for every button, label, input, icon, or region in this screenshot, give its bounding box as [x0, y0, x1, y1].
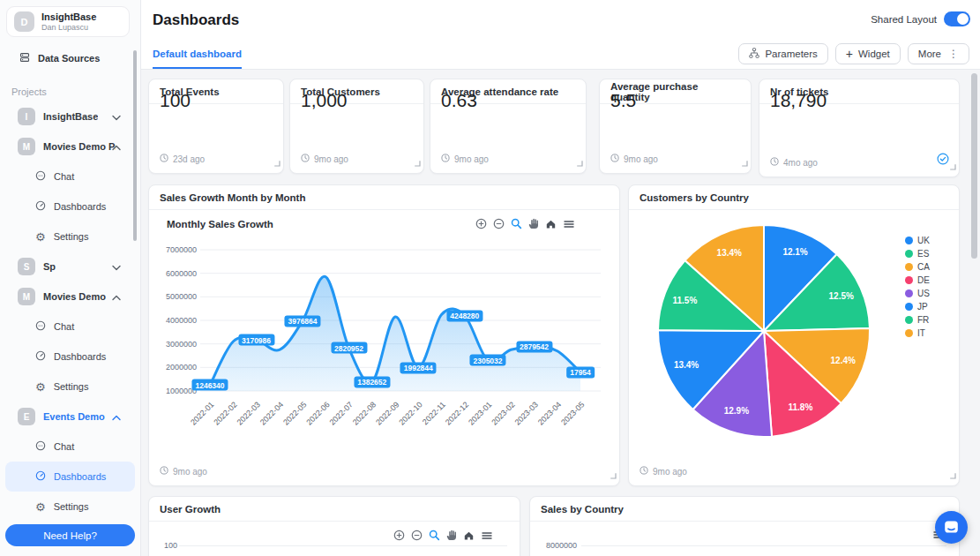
kpi-card-total-customers[interactable]: Total Customers1,0009mo ago — [289, 79, 424, 174]
legend-item-it[interactable]: IT — [905, 327, 930, 340]
sidebar-item-events-demo-chat[interactable]: Chat — [5, 432, 135, 462]
kpi-value: 1,000 — [301, 90, 348, 111]
line-chart-body: Monthly Sales Growth 7000000600000050000… — [149, 210, 619, 485]
shared-layout-toggle[interactable] — [944, 11, 970, 26]
sidebar-project-movies-demo[interactable]: MMovies Demo — [0, 282, 140, 312]
last-updated-text: 9mo ago — [454, 154, 489, 164]
legend-item-de[interactable]: DE — [905, 274, 930, 287]
tab-default-dashboard[interactable]: Default dashboard — [153, 49, 242, 69]
main-scrollbar[interactable] — [971, 73, 977, 259]
legend-dot — [905, 289, 913, 297]
y-axis-tick: 6000000 — [166, 269, 197, 278]
sidebar-scrollbar[interactable] — [133, 50, 137, 241]
project-name: Movies Demo — [43, 291, 106, 302]
chat-icon — [35, 440, 46, 453]
database-icon — [19, 52, 30, 64]
add-widget-button[interactable]: + Widget — [835, 43, 901, 64]
intercom-chat-button[interactable] — [935, 511, 968, 544]
sidebar-item-movies-demo-dashboards[interactable]: Dashboards — [5, 342, 135, 372]
pie-slice-label: 12.9% — [724, 406, 749, 416]
projects-section-label: Projects — [0, 82, 140, 101]
more-button[interactable]: More ⋮ — [908, 43, 969, 64]
legend-item-jp[interactable]: JP — [905, 300, 930, 313]
sidebar-project-insightbase[interactable]: IInsightBase — [0, 101, 140, 131]
customers-by-country-chart-card[interactable]: Customers by Country12.1%12.5%12.4%11.8%… — [628, 184, 960, 486]
zoom-in-icon[interactable] — [393, 530, 405, 541]
project-avatar: E — [18, 408, 35, 425]
workspace-user: Dan Lupascu — [41, 23, 96, 32]
sales-growth-chart-card[interactable]: Sales Growth Month by MonthMonthly Sales… — [148, 184, 620, 486]
sidebar-item-movies-demo-settings[interactable]: ⚙Settings — [5, 372, 135, 402]
resize-handle-icon[interactable] — [414, 154, 421, 170]
sidebar-item-movies-demo-pro-dashboards[interactable]: Dashboards — [5, 192, 135, 222]
sidebar-project-sp[interactable]: SSp — [0, 252, 140, 282]
last-updated-text: 9mo ago — [173, 467, 207, 477]
chevron-up-icon — [112, 142, 121, 153]
zoom-out-icon[interactable] — [411, 530, 423, 541]
pie-slice-label: 13.4% — [674, 360, 699, 370]
legend-item-fr[interactable]: FR — [905, 313, 930, 327]
project-avatar: S — [18, 258, 35, 275]
resize-handle-icon[interactable] — [576, 154, 583, 170]
resize-handle-icon[interactable] — [741, 154, 748, 170]
legend-label: ES — [917, 249, 929, 259]
last-updated: 9mo ago — [610, 154, 658, 164]
sidebar-item-label: Chat — [54, 441, 74, 452]
sidebar-item-events-demo-dashboards[interactable]: Dashboards — [5, 462, 135, 492]
pan-icon[interactable] — [446, 530, 457, 541]
x-axis-tick: 2022-10 — [397, 400, 423, 426]
legend-label: IT — [917, 328, 925, 338]
x-axis-tick: 2022-01 — [189, 400, 215, 426]
legend-item-es[interactable]: ES — [905, 247, 930, 260]
chevron-down-icon — [112, 112, 121, 123]
sidebar-item-data-sources[interactable]: Data Sources — [0, 46, 140, 71]
home-icon[interactable] — [463, 530, 475, 541]
user-growth-chart-card[interactable]: User Growth100 — [148, 496, 520, 556]
kpi-card-nr-of-tickets[interactable]: Nr of tickets18,7904mo ago — [759, 79, 960, 177]
last-updated-text: 9mo ago — [314, 154, 348, 164]
sidebar-item-movies-demo-chat[interactable]: Chat — [5, 312, 135, 342]
data-sources-label: Data Sources — [38, 53, 100, 64]
chevron-up-icon — [112, 412, 121, 423]
parameters-button[interactable]: Parameters — [738, 43, 827, 64]
sidebar-item-movies-demo-pro-chat[interactable]: Chat — [5, 162, 135, 192]
workspace-card[interactable]: D InsightBase Dan Lupascu — [6, 6, 130, 37]
chevron-down-icon — [112, 262, 121, 273]
sidebar-project-events-demo[interactable]: EEvents Demo — [0, 402, 140, 432]
settings-icon: ⚙ — [35, 501, 46, 513]
check-circle-icon[interactable] — [937, 153, 949, 169]
resize-handle-icon[interactable] — [949, 467, 956, 483]
need-help-button[interactable]: Need Help? — [5, 524, 135, 546]
project-avatar: I — [18, 108, 35, 125]
resize-handle-icon[interactable] — [610, 467, 617, 483]
legend-item-ca[interactable]: CA — [905, 260, 930, 274]
y-axis-tick: 2000000 — [166, 363, 197, 372]
selection-zoom-icon[interactable] — [429, 530, 440, 541]
last-updated: 4mo ago — [770, 157, 818, 168]
resize-handle-icon[interactable] — [273, 154, 281, 170]
kpi-card-average-purchase-quantity[interactable]: Average purchase quantity5.59mo ago — [599, 79, 752, 174]
data-label: 17954 — [566, 366, 595, 378]
dashboards-icon — [35, 470, 46, 483]
chart-body: 100 — [149, 522, 520, 556]
toggle-knob — [957, 13, 969, 25]
clock-icon — [441, 154, 450, 164]
sidebar-project-movies-demo-pro[interactable]: MMovies Demo Pro — [0, 131, 140, 162]
data-label: 2879542 — [516, 341, 552, 352]
y-axis-tick: 100 — [164, 541, 177, 550]
legend-dot — [905, 329, 913, 337]
legend-item-us[interactable]: US — [905, 287, 930, 300]
data-label: 2820952 — [331, 342, 367, 354]
kpi-card-total-events[interactable]: Total Events10023d ago — [148, 79, 284, 174]
menu-icon[interactable] — [481, 530, 493, 541]
sidebar-item-events-demo-settings[interactable]: ⚙Settings — [5, 492, 135, 522]
legend-item-uk[interactable]: UK — [905, 234, 930, 247]
last-updated-text: 4mo ago — [783, 158, 818, 168]
resize-handle-icon[interactable] — [949, 158, 956, 174]
sales-by-country-chart-card[interactable]: Sales by Country8000000 — [529, 496, 960, 556]
dashboards-icon — [35, 200, 46, 213]
kpi-card-average-attendance-rate[interactable]: Average attendance rate0.639mo ago — [430, 79, 587, 174]
sidebar-item-movies-demo-pro-settings[interactable]: ⚙Settings — [5, 222, 135, 252]
y-axis-tick: 3000000 — [166, 340, 197, 349]
settings-icon: ⚙ — [35, 231, 46, 243]
